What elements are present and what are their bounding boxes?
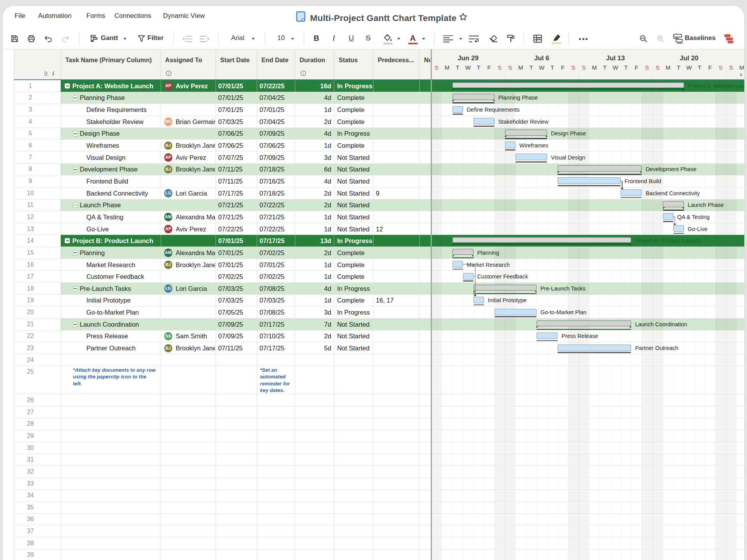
svg-text:i: i [168,72,169,75]
svg-text:i: i [303,72,304,75]
